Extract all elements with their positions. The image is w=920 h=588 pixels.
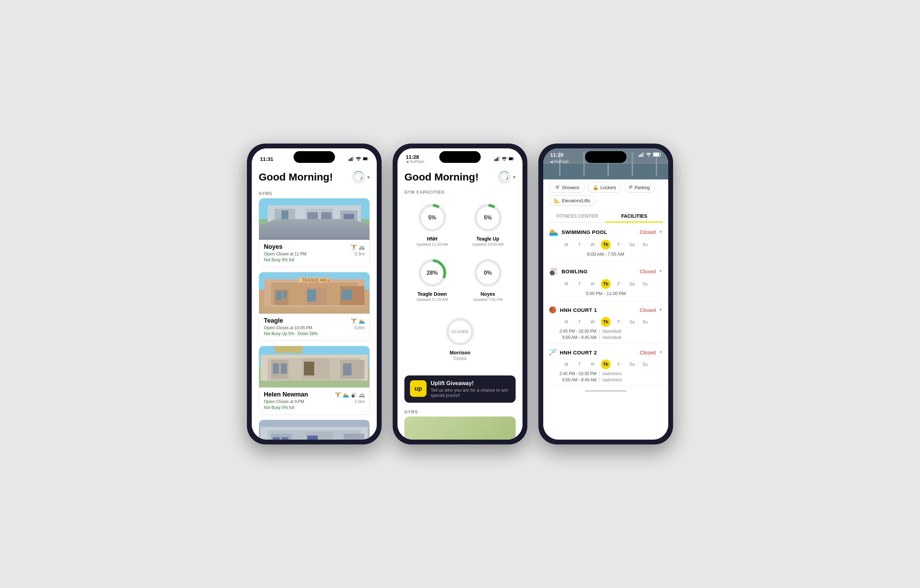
gym-card-teagle[interactable]: TEAGLE HALL Teagle 🏋: [259, 272, 370, 341]
notch-2: [439, 151, 481, 163]
court1-time-2: 6:00 AM - 8:45 AM: [552, 335, 596, 340]
day-th-pool[interactable]: Th: [601, 240, 611, 249]
day-w-pool[interactable]: W: [588, 240, 598, 249]
day-f-bowling[interactable]: F: [614, 279, 624, 289]
svg-rect-83: [643, 152, 644, 157]
tab-fitness-center[interactable]: FITNESS CENTER: [549, 210, 606, 222]
day-t-pool[interactable]: T: [575, 240, 584, 249]
notch-3: [585, 151, 627, 163]
testflight-label-2: ◀ TestFlight: [406, 160, 424, 163]
day-th-court2[interactable]: Th: [601, 360, 611, 369]
swim-icon-h: 🏊: [343, 392, 349, 397]
day-w-court2[interactable]: W: [588, 360, 598, 369]
uplift-text: Uplift Giveaway! Tell us who you are for…: [431, 380, 510, 398]
p2-header: Good Morning! ▾: [397, 166, 523, 186]
day-f-court2[interactable]: F: [614, 360, 624, 369]
wifi-icon-3: [646, 152, 651, 157]
facility-swimming-pool[interactable]: 🏊 SWIMMING POOL Closed ▼ M T W Th F Sa S…: [543, 223, 668, 262]
day-su-pool[interactable]: Su: [640, 240, 650, 249]
day-m-court1[interactable]: M: [562, 317, 571, 327]
day-t-court1[interactable]: T: [575, 317, 584, 327]
day-f-court1[interactable]: F: [614, 317, 624, 327]
capacity-morrison[interactable]: CLOSED Morrison Closed: [441, 310, 479, 367]
capacity-hnh[interactable]: 5% HNH Updated 11:20 AM: [404, 197, 460, 252]
day-sa-pool[interactable]: Sa: [627, 240, 637, 249]
van-icon: 🚐: [359, 244, 365, 250]
signal-icon: [348, 156, 354, 162]
gym-icons-noyes: 🏋 🚐: [351, 244, 365, 250]
gym-img-4: [259, 420, 369, 439]
day-su-court2[interactable]: Su: [640, 360, 650, 369]
day-m-court2[interactable]: M: [562, 360, 571, 369]
day-f-pool[interactable]: F: [614, 240, 624, 249]
gym-preview-2[interactable]: [404, 417, 516, 439]
tab-lockers[interactable]: 🔒 Lockers: [588, 182, 622, 192]
court1-status: Closed: [640, 307, 656, 313]
svg-text:TEAGLE HALL: TEAGLE HALL: [302, 278, 330, 283]
tab-showers[interactable]: 🚿 Showers: [549, 182, 585, 192]
day-m-pool[interactable]: M: [562, 240, 571, 249]
day-m-bowling[interactable]: M: [562, 279, 571, 289]
capacity-teagle-down[interactable]: 28% Teagle Down Updated 11:25 AM: [404, 252, 460, 307]
bowling-chevron-icon: ▼: [659, 269, 663, 274]
gym-card-4[interactable]: [259, 420, 370, 439]
closes-helen: Closes at 9 PM: [276, 399, 304, 404]
capacity-noyes[interactable]: 0% Noyes Updated 7:51 PM: [460, 252, 516, 307]
svg-rect-49: [273, 437, 280, 439]
day-sa-court2[interactable]: Sa: [627, 360, 637, 369]
day-w-court1[interactable]: W: [588, 317, 598, 327]
tab-elevators[interactable]: 📐 Elevators/Lifts: [549, 195, 595, 206]
showers-label: Showers: [562, 185, 580, 190]
screen-content-3[interactable]: 🚿 Showers 🔒 Lockers P Parking 📐 Elevator…: [543, 179, 668, 439]
facility-bowling[interactable]: 🎳 BOWLING Closed ▼ M T W Th F Sa Su: [543, 262, 668, 301]
day-w-bowling[interactable]: W: [588, 279, 598, 289]
facility-right-court1: Closed ▼: [640, 307, 663, 313]
status-time-2: 11:28: [406, 154, 424, 160]
bowling-day-row: M T W Th F Sa Su: [549, 279, 663, 289]
court2-slot-2: 6:00 AM - 8:45 AM badminton: [552, 378, 660, 382]
cap-name-teagle-down: Teagle Down: [418, 291, 447, 297]
pool-chevron-icon: ▼: [659, 229, 663, 234]
uplift-banner[interactable]: up Uplift Giveaway! Tell us who you are …: [404, 375, 516, 403]
day-th-bowling[interactable]: Th: [601, 279, 611, 289]
facility-hnh-court1[interactable]: 🏀 HNH COURT 1 Closed ▼ M T W Th F Sa Su: [543, 301, 668, 344]
cap-closed-morrison: Closed: [454, 356, 466, 361]
screen-content-1[interactable]: Good Morning! ▾ GYMS: [252, 166, 377, 439]
loading-icon-1[interactable]: [353, 171, 364, 183]
svg-point-58: [504, 160, 505, 161]
donut-teagle-down: 28%: [417, 257, 448, 289]
dropdown-arrow-1[interactable]: ▾: [367, 174, 370, 181]
capacity-teagle-up[interactable]: 5% Teagle Up Updated 10:00 AM: [460, 197, 516, 252]
day-th-court1[interactable]: Th: [601, 317, 611, 327]
phone-2: 11:28 ◀ TestFlight Good Morning!: [393, 144, 527, 444]
cap-name-teagle-up: Teagle Up: [476, 236, 499, 242]
status-icons-2: [494, 156, 514, 162]
day-su-court1[interactable]: Su: [640, 317, 650, 327]
showers-icon: 🚿: [554, 185, 560, 190]
day-t-bowling[interactable]: T: [575, 279, 584, 289]
uplift-logo-text: up: [415, 385, 422, 393]
fitness-center-label: FITNESS CENTER: [556, 213, 598, 219]
facility-hnh-court2[interactable]: 🏸 HNH COURT 2 Closed ▼ M T W Th F Sa Su: [543, 344, 668, 386]
day-t-court2[interactable]: T: [575, 360, 584, 369]
bowling-status: Closed: [640, 268, 656, 274]
tab-parking[interactable]: P Parking: [624, 182, 655, 192]
p3-status-icons: [638, 152, 661, 157]
loading-icon-2[interactable]: [498, 171, 510, 183]
gym-status-teagle: Open Closes at 10:45 PM: [264, 325, 312, 330]
gym-card-helen[interactable]: Helen Newman 🏋 🏊 🎳 🚐 Open Closes at 9 PM: [259, 346, 370, 415]
gym-card-noyes[interactable]: Noyes 🏋 🚐 Open Closes at 11 PM 0.3mi: [259, 198, 370, 267]
dropdown-arrow-2[interactable]: ▾: [513, 174, 516, 181]
tab-facilities[interactable]: FACILITIES: [606, 210, 663, 222]
day-su-bowling[interactable]: Su: [640, 279, 650, 289]
day-sa-court1[interactable]: Sa: [627, 317, 637, 327]
svg-rect-80: [639, 155, 640, 157]
screen-content-2[interactable]: Good Morning! ▾ GYM CAPACITIES: [397, 166, 523, 439]
court2-tag-1: badminton: [599, 371, 622, 376]
day-sa-bowling[interactable]: Sa: [627, 279, 637, 289]
court1-slot-2: 6:00 AM - 8:45 AM basketball: [552, 335, 660, 340]
court1-time-1: 2:45 PM - 10:30 PM: [552, 329, 596, 334]
svg-rect-82: [641, 153, 643, 157]
gyms-section-label-2: GYMS: [397, 406, 523, 417]
gym-card-body-teagle: Teagle 🏋 🏊 Open Closes at 10:45 PM 0.6mi: [259, 314, 369, 341]
